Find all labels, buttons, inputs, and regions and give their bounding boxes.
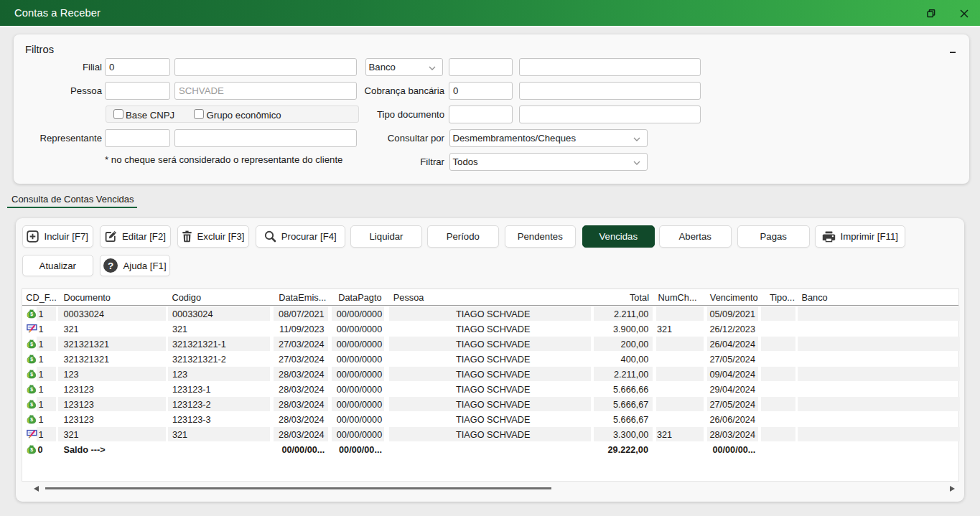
svg-text:$: $	[30, 417, 33, 423]
svg-text:$: $	[30, 342, 33, 347]
svg-text:$: $	[30, 402, 33, 408]
svg-text:$: $	[30, 357, 33, 362]
svg-text:$: $	[30, 447, 33, 453]
svg-text:?: ?	[108, 261, 113, 271]
svg-text:$: $	[30, 387, 33, 393]
svg-text:$: $	[30, 372, 33, 377]
svg-text:$: $	[30, 311, 33, 317]
